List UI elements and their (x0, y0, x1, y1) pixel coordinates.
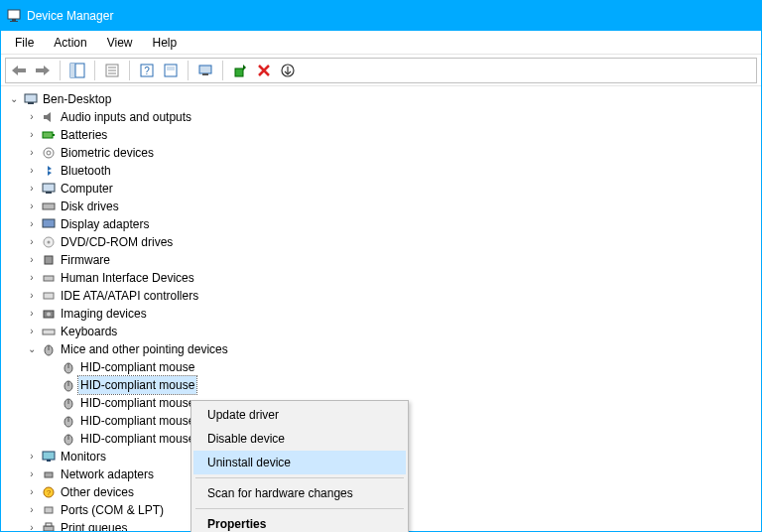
svg-point-31 (48, 241, 51, 244)
device-mouse[interactable]: HID-compliant mouse (7, 358, 761, 376)
chevron-right-icon[interactable]: › (25, 521, 39, 531)
category-label: IDE ATA/ATAPI controllers (59, 287, 200, 305)
svg-rect-23 (53, 134, 55, 136)
tree-spacer (45, 396, 59, 410)
cm-separator (195, 477, 404, 478)
chevron-right-icon[interactable]: › (25, 307, 39, 321)
category-imaging[interactable]: › Imaging devices (7, 305, 761, 323)
hid-icon (41, 270, 57, 286)
cm-separator (195, 508, 404, 509)
chevron-right-icon[interactable]: › (25, 325, 39, 338)
properties-button[interactable] (101, 60, 123, 81)
chevron-right-icon[interactable]: › (25, 110, 39, 124)
show-hide-tree-button[interactable] (66, 60, 88, 81)
svg-rect-57 (46, 523, 52, 526)
window-title: Device Manager (27, 9, 113, 23)
chevron-right-icon[interactable]: › (25, 217, 39, 231)
category-disk[interactable]: › Disk drives (7, 198, 761, 215)
menu-help[interactable]: Help (143, 33, 188, 53)
category-label: Display adapters (59, 215, 151, 233)
category-biometric[interactable]: › Biometric devices (7, 144, 761, 162)
chevron-right-icon[interactable]: › (25, 289, 39, 303)
help-button[interactable]: ? (136, 60, 158, 81)
svg-rect-3 (18, 68, 26, 72)
category-label: Human Interface Devices (59, 269, 196, 287)
cm-uninstall-device[interactable]: Uninstall device (193, 451, 406, 474)
device-mouse-selected[interactable]: HID-compliant mouse (7, 376, 761, 394)
chevron-right-icon[interactable]: › (25, 271, 39, 285)
chevron-right-icon[interactable]: › (25, 182, 39, 196)
category-computer[interactable]: › Computer (7, 180, 761, 198)
category-hid[interactable]: › Human Interface Devices (7, 269, 761, 287)
menu-action[interactable]: Action (44, 33, 96, 53)
chevron-right-icon[interactable]: › (25, 235, 39, 249)
svg-point-24 (44, 148, 54, 158)
category-ide[interactable]: › IDE ATA/ATAPI controllers (7, 287, 761, 305)
chevron-right-icon[interactable]: › (25, 200, 39, 213)
camera-icon (41, 306, 57, 322)
disable-button[interactable] (277, 60, 299, 81)
svg-rect-17 (202, 73, 208, 75)
category-keyboards[interactable]: › Keyboards (7, 323, 761, 340)
chevron-right-icon[interactable]: › (25, 485, 39, 499)
category-batteries[interactable]: › Batteries (7, 126, 761, 144)
chevron-right-icon[interactable]: › (25, 503, 39, 517)
category-bluetooth[interactable]: › Bluetooth (7, 162, 761, 180)
svg-rect-20 (25, 94, 37, 102)
toolbar-sep-3 (129, 61, 130, 80)
category-dvd[interactable]: › DVD/CD-ROM drives (7, 233, 761, 251)
svg-rect-2 (10, 21, 18, 22)
chevron-right-icon[interactable]: › (25, 164, 39, 178)
category-label: Network adapters (59, 466, 156, 483)
chevron-right-icon[interactable]: › (25, 450, 39, 464)
cm-update-driver[interactable]: Update driver (193, 403, 406, 427)
svg-rect-16 (199, 66, 211, 73)
uninstall-button[interactable] (253, 60, 275, 81)
chevron-right-icon[interactable]: › (25, 146, 39, 160)
mouse-icon (61, 413, 76, 429)
menu-file[interactable]: File (5, 33, 44, 53)
root-label: Ben-Desktop (41, 90, 113, 108)
context-menu: Update driver Disable device Uninstall d… (190, 400, 409, 532)
display-icon (41, 216, 57, 232)
disc-icon (41, 234, 57, 250)
chevron-right-icon[interactable]: › (25, 467, 39, 481)
category-mice[interactable]: ⌄ Mice and other pointing devices (7, 340, 761, 358)
scan-hardware-button[interactable] (194, 60, 216, 81)
category-label: Keyboards (59, 323, 119, 340)
port-icon (41, 502, 57, 518)
svg-point-36 (47, 313, 51, 317)
svg-rect-6 (70, 64, 75, 77)
tree-spacer (45, 360, 59, 374)
category-audio[interactable]: › Audio inputs and outputs (7, 108, 761, 126)
tree-spacer (45, 378, 59, 392)
disk-icon (41, 199, 57, 214)
device-label: HID-compliant mouse (78, 358, 196, 376)
mouse-icon (61, 431, 76, 447)
svg-rect-21 (28, 102, 34, 104)
menu-view[interactable]: View (97, 33, 143, 53)
chevron-down-icon[interactable]: ⌄ (25, 342, 39, 356)
category-label: Firmware (59, 251, 112, 269)
app-icon (7, 9, 21, 23)
svg-point-25 (47, 151, 51, 155)
category-display[interactable]: › Display adapters (7, 215, 761, 233)
svg-rect-4 (36, 68, 44, 72)
monitor-icon (41, 449, 57, 465)
cm-properties[interactable]: Properties (193, 512, 406, 532)
forward-button[interactable] (32, 60, 54, 81)
update-driver-button[interactable] (229, 60, 251, 81)
cm-scan-hardware[interactable]: Scan for hardware changes (193, 481, 406, 505)
chevron-down-icon[interactable]: ⌄ (7, 92, 21, 106)
chevron-right-icon[interactable]: › (25, 128, 39, 142)
chevron-right-icon[interactable]: › (25, 253, 39, 267)
svg-rect-27 (46, 192, 52, 194)
tree-spacer (45, 414, 59, 428)
tree-root[interactable]: ⌄ Ben-Desktop (7, 90, 761, 108)
back-button[interactable] (8, 60, 30, 81)
category-label: Audio inputs and outputs (59, 108, 193, 126)
action-button[interactable] (160, 60, 182, 81)
category-firmware[interactable]: › Firmware (7, 251, 761, 269)
cm-disable-device[interactable]: Disable device (193, 427, 406, 451)
bluetooth-icon (41, 163, 57, 179)
